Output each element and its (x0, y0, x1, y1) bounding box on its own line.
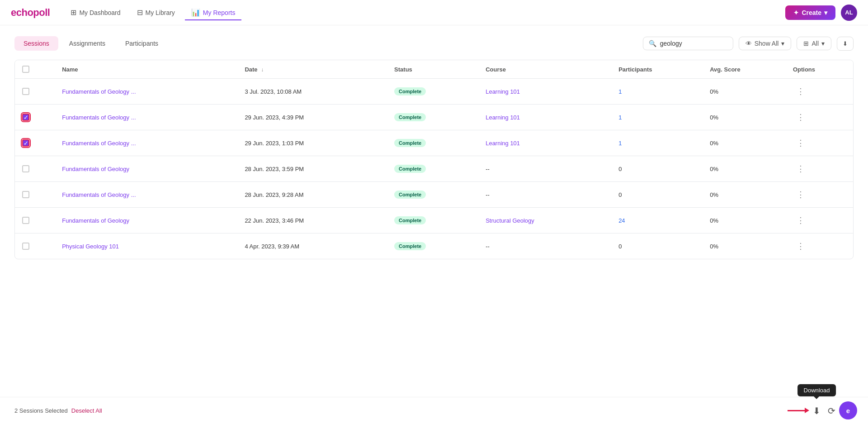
row-name-cell: Physical Geology 101 (55, 233, 237, 259)
table-row: Fundamentals of Geology ... 28 Jun. 2023… (15, 182, 853, 208)
course-link[interactable]: Learning 101 (486, 114, 520, 121)
row-date-cell: 3 Jul. 2023, 10:08 AM (237, 79, 387, 105)
row-date: 22 Jun. 2023, 3:46 PM (245, 217, 304, 224)
row-date-cell: 28 Jun. 2023, 3:59 PM (237, 156, 387, 182)
header-course: Course (478, 60, 611, 79)
row-avg-score-cell: 0% (703, 130, 786, 156)
participants-value: 0 (618, 191, 622, 198)
show-all-filter[interactable]: 👁 Show All ▾ (739, 37, 792, 50)
course-link[interactable]: Structural Geology (486, 217, 534, 224)
participants-link[interactable]: 1 (618, 114, 622, 121)
row-date: 28 Jun. 2023, 3:59 PM (245, 166, 304, 172)
row-date-cell: 29 Jun. 2023, 1:03 PM (237, 130, 387, 156)
library-icon: ⊟ (137, 8, 143, 17)
row-participants-cell: 0 (611, 233, 703, 259)
download-icon: ⬇ (843, 40, 848, 47)
status-badge: Complete (394, 139, 426, 147)
status-badge: Complete (394, 191, 426, 199)
row-checkbox[interactable]: ✓ (22, 114, 29, 121)
row-checkbox[interactable] (22, 88, 29, 95)
toolbar-download-button[interactable]: ⬇ (837, 37, 854, 51)
session-name-link[interactable]: Fundamentals of Geology (62, 166, 129, 172)
create-icon: ✦ (793, 9, 799, 16)
row-checkbox[interactable] (22, 165, 29, 172)
row-options-button[interactable]: ⋮ (793, 85, 808, 98)
row-course-cell: Learning 101 (478, 105, 611, 130)
row-options-button[interactable]: ⋮ (793, 188, 808, 201)
nav-library[interactable]: ⊟ My Library (131, 5, 181, 20)
row-options-cell: ⋮ (786, 233, 853, 259)
tab-participants[interactable]: Participants (116, 36, 167, 51)
row-date: 29 Jun. 2023, 1:03 PM (245, 140, 304, 147)
header-status: Status (387, 60, 478, 79)
participants-link[interactable]: 1 (618, 88, 622, 95)
all-filter[interactable]: ⊞ All ▾ (797, 37, 831, 50)
session-name-link[interactable]: Fundamentals of Geology ... (62, 88, 136, 95)
row-options-button[interactable]: ⋮ (793, 239, 808, 253)
chevron-down-icon: ▾ (781, 40, 784, 47)
row-options-cell: ⋮ (786, 79, 853, 105)
row-status-cell: Complete (387, 79, 478, 105)
search-input[interactable] (660, 40, 714, 47)
header-avg-score: Avg. Score (703, 60, 786, 79)
session-name-link[interactable]: Fundamentals of Geology ... (62, 191, 136, 198)
select-all-checkbox[interactable] (22, 66, 29, 73)
nav-reports[interactable]: 📊 My Reports (185, 5, 242, 20)
session-name-link[interactable]: Fundamentals of Geology ... (62, 114, 136, 121)
row-avg-score: 0% (710, 166, 718, 172)
eye-icon: 👁 (745, 40, 752, 47)
row-checkbox[interactable] (22, 217, 29, 224)
table-row: ✓ Fundamentals of Geology ... 29 Jun. 20… (15, 130, 853, 156)
row-checkbox-cell (15, 182, 55, 208)
participants-link[interactable]: 1 (618, 140, 622, 147)
row-options-button[interactable]: ⋮ (793, 110, 808, 124)
nav-dashboard[interactable]: ⊞ My Dashboard (64, 5, 127, 20)
row-options-button[interactable]: ⋮ (793, 214, 808, 227)
session-name-link[interactable]: Fundamentals of Geology ... (62, 140, 136, 147)
tab-assignments[interactable]: Assignments (60, 36, 114, 51)
row-options-button[interactable]: ⋮ (793, 136, 808, 150)
course-value: -- (486, 191, 490, 198)
session-name-link[interactable]: Fundamentals of Geology (62, 217, 129, 224)
row-options-cell: ⋮ (786, 105, 853, 130)
course-link[interactable]: Learning 101 (486, 88, 520, 95)
reports-icon: 📊 (191, 8, 200, 17)
status-badge: Complete (394, 242, 426, 250)
row-name-cell: Fundamentals of Geology (55, 208, 237, 233)
status-badge: Complete (394, 216, 426, 224)
row-checkbox-cell: ✓ (15, 105, 55, 130)
tab-sessions[interactable]: Sessions (14, 36, 58, 51)
search-box: 🔍 (643, 37, 733, 50)
session-name-link[interactable]: Physical Geology 101 (62, 243, 119, 250)
header-checkbox-col (15, 60, 55, 79)
row-date-cell: 29 Jun. 2023, 4:39 PM (237, 105, 387, 130)
row-avg-score: 0% (710, 243, 718, 250)
row-checkbox[interactable]: ✓ (22, 139, 29, 147)
row-checkbox-cell (15, 156, 55, 182)
row-checkbox[interactable] (22, 243, 29, 250)
row-avg-score-cell: 0% (703, 105, 786, 130)
course-link[interactable]: Learning 101 (486, 140, 520, 147)
row-course-cell: -- (478, 156, 611, 182)
header-participants: Participants (611, 60, 703, 79)
row-participants-cell: 1 (611, 79, 703, 105)
header-date[interactable]: Date ↓ (237, 60, 387, 79)
row-course-cell: -- (478, 182, 611, 208)
avatar: AL (841, 5, 857, 21)
table-row: Fundamentals of Geology 22 Jun. 2023, 3:… (15, 208, 853, 233)
participants-link[interactable]: 24 (618, 217, 625, 224)
row-date: 3 Jul. 2023, 10:08 AM (245, 88, 302, 95)
row-checkbox-cell (15, 79, 55, 105)
row-avg-score: 0% (710, 114, 718, 121)
create-button[interactable]: ✦ Create ▾ (785, 5, 835, 20)
participants-value: 0 (618, 243, 622, 250)
row-options-button[interactable]: ⋮ (793, 162, 808, 176)
row-date: 4 Apr. 2023, 9:39 AM (245, 243, 299, 250)
row-participants-cell: 0 (611, 182, 703, 208)
logo: echopoll (11, 7, 50, 19)
row-status-cell: Complete (387, 233, 478, 259)
row-participants-cell: 1 (611, 130, 703, 156)
status-badge: Complete (394, 87, 426, 95)
header-name: Name (55, 60, 237, 79)
row-checkbox[interactable] (22, 191, 29, 198)
